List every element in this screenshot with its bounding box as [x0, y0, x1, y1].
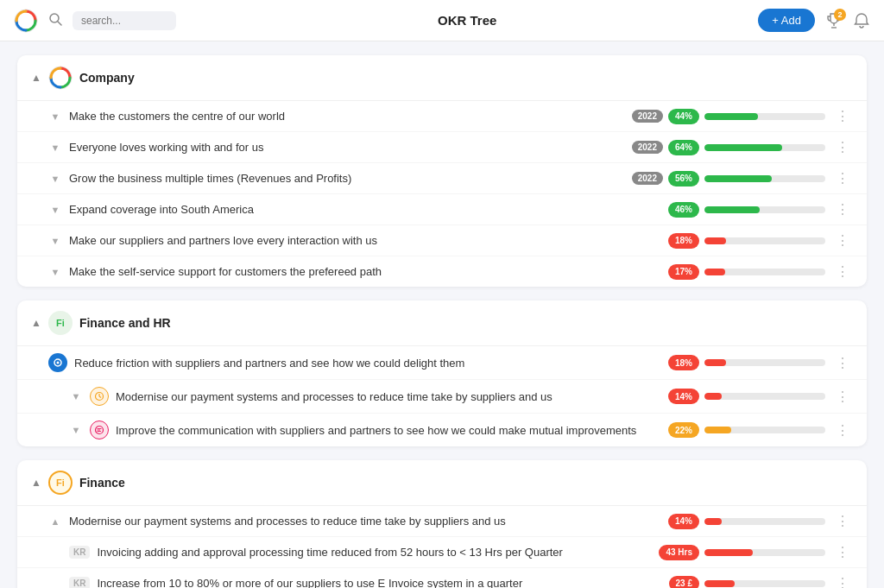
- progress-bar: [704, 427, 825, 433]
- finance-icon: Fi: [48, 471, 73, 495]
- progress-pill: 17%: [668, 264, 699, 280]
- finance-hr-icon: Fi: [48, 311, 73, 335]
- row-collapse-btn[interactable]: ▲: [48, 516, 62, 527]
- finance-hr-section-header: ▲ Fi Finance and HR: [17, 300, 867, 346]
- svg-point-0: [15, 9, 37, 32]
- progress-area: 17%: [668, 264, 825, 280]
- table-row: ▼ Grow the business multiple times (Reve…: [17, 163, 867, 194]
- more-options-btn[interactable]: ⋮: [832, 389, 853, 405]
- finance-hr-section: ▲ Fi Finance and HR Reduce friction with…: [17, 300, 867, 446]
- progress-area: 46%: [668, 202, 825, 218]
- trophies-badge: 2: [834, 9, 846, 21]
- table-row: ▼ Make the customers the centre of our w…: [17, 101, 867, 132]
- main-content: ▲ Company ▼ Make the customers the centr…: [0, 41, 884, 588]
- row-collapse-btn[interactable]: ▼: [48, 267, 62, 277]
- search-icon[interactable]: [48, 12, 62, 28]
- finance-section: ▲ Fi Finance ▲ Modernise our payment sys…: [17, 460, 867, 588]
- table-row: KR Invoicing adding and approval process…: [17, 537, 867, 568]
- progress-area: 2022 44%: [632, 109, 825, 124]
- progress-bar: [704, 549, 825, 556]
- row-collapse-btn[interactable]: ▼: [48, 111, 62, 122]
- row-collapse-btn[interactable]: ▼: [48, 236, 62, 246]
- progress-pill: 46%: [668, 202, 699, 218]
- more-options-btn[interactable]: ⋮: [832, 201, 853, 218]
- more-options-btn[interactable]: ⋮: [832, 544, 853, 560]
- progress-bar: [704, 518, 825, 525]
- table-row: ▼ Modernise our payment systems and proc…: [17, 380, 867, 414]
- more-options-btn[interactable]: ⋮: [832, 139, 853, 155]
- kr-tag: KR: [69, 546, 90, 559]
- table-row: ▲ Modernise our payment systems and proc…: [17, 506, 867, 537]
- okr-label: Grow the business multiple times (Revenu…: [69, 172, 625, 185]
- okr-label: Everyone loves working with and for us: [69, 141, 625, 154]
- year-tag: 2022: [632, 172, 663, 185]
- table-row: ▼ Make the self-service support for cust…: [17, 256, 867, 287]
- okr-label: Modernise our payment systems and proces…: [116, 390, 661, 403]
- okr-label: Improve the communication with suppliers…: [116, 424, 661, 437]
- progress-pill: 44%: [668, 109, 699, 124]
- row-collapse-btn[interactable]: ▼: [48, 174, 62, 184]
- more-options-btn[interactable]: ⋮: [832, 108, 853, 124]
- table-row: ▼ Improve the communication with supplie…: [17, 414, 867, 446]
- add-button[interactable]: + Add: [758, 9, 815, 32]
- progress-bar: [704, 393, 825, 400]
- progress-bar: [704, 175, 825, 182]
- header-left: [14, 9, 176, 33]
- progress-bar: [704, 113, 825, 120]
- progress-bar: [704, 206, 825, 213]
- more-options-btn[interactable]: ⋮: [832, 575, 853, 588]
- finance-section-header: ▲ Fi Finance: [17, 460, 867, 506]
- okr-label: Increase from 10 to 80% or more of our s…: [97, 577, 661, 588]
- year-tag: 2022: [632, 141, 663, 154]
- progress-area: 23 £: [669, 576, 825, 589]
- progress-pill: 14%: [668, 389, 699, 404]
- okr-label: Make the customers the centre of our wor…: [69, 110, 625, 123]
- year-tag: 2022: [632, 110, 663, 123]
- more-options-btn[interactable]: ⋮: [832, 232, 853, 249]
- company-logo-icon: [14, 9, 38, 33]
- progress-area: 2022 64%: [632, 140, 825, 155]
- okr-label: Modernise our payment systems and proces…: [69, 515, 661, 528]
- company-collapse-btn[interactable]: ▲: [31, 72, 41, 84]
- more-options-btn[interactable]: ⋮: [832, 355, 853, 371]
- progress-pill: 43 Hrs: [659, 545, 699, 560]
- trophies-button[interactable]: 2: [825, 12, 843, 29]
- progress-pill: 56%: [668, 171, 699, 187]
- table-row: ▼ Expand coverage into South America 46%…: [17, 194, 867, 225]
- progress-area: 2022 56%: [632, 171, 825, 187]
- progress-pill: 22%: [668, 422, 699, 438]
- progress-pill: 23 £: [669, 576, 699, 589]
- progress-area: 43 Hrs: [659, 545, 825, 560]
- progress-pill: 18%: [668, 233, 699, 249]
- more-options-btn[interactable]: ⋮: [832, 263, 853, 280]
- finance-collapse-btn[interactable]: ▲: [31, 477, 41, 489]
- row-collapse-btn[interactable]: ▼: [69, 391, 83, 401]
- progress-area: 14%: [668, 389, 825, 404]
- progress-area: 18%: [668, 233, 825, 249]
- progress-pill: 14%: [668, 514, 699, 529]
- search-input[interactable]: [73, 11, 176, 30]
- company-title: Company: [79, 71, 135, 85]
- table-row: Reduce friction with suppliers and partn…: [17, 346, 867, 380]
- progress-bar: [704, 269, 825, 275]
- header-right: + Add 2: [758, 9, 870, 32]
- progress-area: 22%: [668, 422, 825, 438]
- finance-hr-collapse-btn[interactable]: ▲: [31, 317, 41, 329]
- progress-area: 18%: [668, 355, 825, 370]
- progress-pill: 18%: [668, 355, 699, 370]
- app-header: OKR Tree + Add 2: [0, 0, 884, 41]
- notifications-button[interactable]: [853, 12, 870, 29]
- row-collapse-btn[interactable]: ▼: [48, 142, 62, 153]
- okr-label: Expand coverage into South America: [69, 203, 661, 216]
- comm-icon: [90, 420, 109, 439]
- progress-bar: [704, 144, 825, 151]
- finance-title: Finance: [79, 476, 125, 490]
- row-collapse-btn[interactable]: ▼: [48, 205, 62, 215]
- more-options-btn[interactable]: ⋮: [832, 422, 853, 439]
- svg-point-7: [57, 362, 60, 364]
- more-options-btn[interactable]: ⋮: [832, 170, 853, 187]
- table-row: ▼ Everyone loves working with and for us…: [17, 132, 867, 163]
- okr-label: Make the self-service support for custom…: [69, 265, 661, 278]
- more-options-btn[interactable]: ⋮: [832, 513, 853, 529]
- row-collapse-btn[interactable]: ▼: [69, 425, 83, 435]
